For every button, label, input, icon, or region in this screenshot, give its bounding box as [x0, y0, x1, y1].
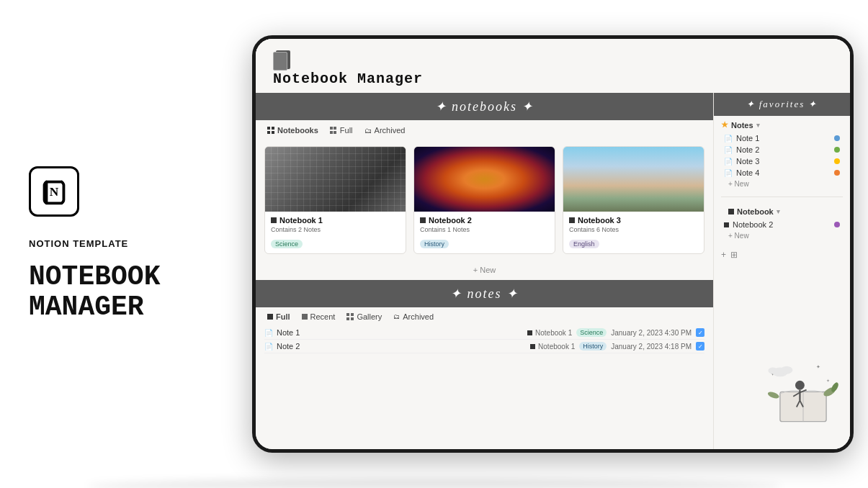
tab-full-icon [330, 127, 337, 134]
tab-notes-archived[interactable]: 🗂 Archived [390, 311, 437, 322]
note-notebook-ref-2: Notebook 1 [530, 343, 575, 351]
note-list-item-1[interactable]: 📄 Note 1 Notebook 1 Science Janu [264, 326, 704, 340]
notebook-new-button[interactable]: + New [721, 230, 843, 241]
note-item-right-2: Notebook 1 History January 2, 2023 4:18 … [530, 342, 704, 351]
sidebar-notebook-2[interactable]: Notebook 2 [721, 219, 843, 230]
color-dot-1 [834, 135, 840, 141]
notes-section: ✦ notes ✦ Full Recent [256, 280, 713, 359]
chevron-down-notes: ▾ [756, 122, 760, 129]
note-item-right-1: Notebook 1 Science January 2, 2023 4:30 … [527, 328, 704, 337]
tab-notebooks-icon [267, 127, 274, 134]
sidebar-note-4[interactable]: 📄 Note 4 [721, 167, 843, 179]
tab-notes-recent[interactable]: Recent [299, 311, 339, 322]
app-title: Notebook Manager [273, 71, 833, 87]
header-notebook-icon [273, 50, 290, 71]
notebook-card-1[interactable]: Notebook 1 Contains 2 Notes Science [264, 146, 406, 254]
note-checkbox-1[interactable]: ✓ [696, 328, 704, 337]
left-branding-panel: N NOTION TEMPLATE NOTEBOOK MANAGER [0, 0, 252, 488]
center-panel: ✦ notebooks ✦ Notebooks [256, 93, 713, 449]
favorites-notebook-title: Notebook ▾ [721, 204, 843, 219]
notebook-name-2: Notebook 2 [420, 216, 549, 225]
nb-square-icon-1 [271, 217, 277, 223]
tab-notes-gallery[interactable]: Gallery [344, 311, 385, 322]
sidebar-note-3[interactable]: 📄 Note 3 [721, 155, 843, 167]
note-nb-icon-2 [530, 344, 535, 349]
color-dot-3 [834, 158, 840, 164]
notebooks-new-button[interactable]: + New [256, 260, 713, 280]
svg-text:✦: ✦ [826, 379, 830, 383]
note-nb-icon-1 [527, 330, 532, 335]
note-notebook-ref-1: Notebook 1 [527, 329, 572, 337]
favorites-notes-title: ★ Notes ▾ [721, 120, 843, 130]
notebook-card-2[interactable]: Notebook 2 Contains 1 Notes History [413, 146, 555, 254]
notebooks-grid: Notebook 1 Contains 2 Notes Science [256, 140, 713, 260]
tab-archived[interactable]: 🗂 Archived [362, 125, 408, 136]
note-item-left-2: 📄 Note 2 [264, 342, 300, 351]
nb-notes-count-1: Contains 2 Notes [271, 226, 400, 233]
note-list-item-2[interactable]: 📄 Note 2 Notebook 1 History Janu [264, 340, 704, 353]
nb-tag-1: Science [271, 240, 303, 248]
nb-tag-3: English [569, 240, 599, 248]
svg-text:✦: ✦ [816, 363, 820, 370]
nb-square-icon-3 [569, 217, 575, 223]
table-icon[interactable]: ⊞ [730, 250, 738, 260]
page-wrapper: N NOTION TEMPLATE NOTEBOOK MANAGER Noteb… [0, 0, 868, 488]
svg-point-15 [767, 391, 780, 400]
nb-square-icon-sb [724, 222, 729, 227]
favorites-header: ✦ favorites ✦ [714, 93, 850, 116]
right-sidebar: ✦ favorites ✦ ★ Notes ▾ 📄 Note 1 [713, 93, 850, 449]
notes-section-header: ✦ notes ✦ [256, 280, 713, 307]
favorites-notebook-group: Notebook ▾ Notebook 2 + New [714, 200, 850, 245]
tab-notebooks[interactable]: Notebooks [264, 125, 321, 136]
note-doc-icon-2: 📄 [264, 343, 273, 351]
sidebar-note-1[interactable]: 📄 Note 1 [721, 132, 843, 144]
notes-tab-gallery-icon [346, 313, 354, 320]
illustration: ✦ ✦ ✦ [764, 356, 843, 435]
tab-full[interactable]: Full [327, 125, 356, 136]
color-dot-2 [834, 147, 840, 153]
star-icon: ★ [721, 120, 728, 130]
notebook-name-1: Notebook 1 [271, 216, 400, 225]
notebook-card-body-2: Notebook 2 Contains 1 Notes History [414, 212, 555, 253]
product-title: NOTEBOOK MANAGER [29, 262, 160, 322]
sidebar-note-2-left: 📄 Note 2 [724, 145, 759, 154]
brand-label: NOTION TEMPLATE [29, 238, 128, 249]
svg-point-18 [768, 368, 777, 374]
nb-tag-2: History [420, 240, 449, 248]
product-title-line1: NOTEBOOK [29, 262, 160, 292]
sidebar-divider [721, 196, 843, 197]
note-tag-2: History [579, 342, 607, 351]
svg-point-4 [795, 381, 805, 390]
svg-text:N: N [50, 184, 59, 198]
notebook-card-body-1: Notebook 1 Contains 2 Notes Science [265, 212, 406, 253]
note-checkbox-2[interactable]: ✓ [696, 342, 704, 351]
notes-tab-full-icon [267, 314, 273, 320]
note-tag-1: Science [576, 328, 607, 337]
notes-tab-archived-icon: 🗂 [393, 313, 400, 320]
color-dot-nb [834, 222, 840, 227]
doc-icon-2: 📄 [724, 146, 733, 154]
sidebar-notebook-2-left: Notebook 2 [724, 220, 773, 229]
notes-tabs-row: Full Recent [256, 307, 713, 326]
sidebar-note-4-left: 📄 Note 4 [724, 168, 759, 177]
notebooks-section-header: ✦ notebooks ✦ [256, 93, 713, 120]
notebook-card-image-1 [265, 147, 406, 212]
nb-list-icon [728, 209, 734, 214]
notebook-card-3[interactable]: Notebook 3 Contains 6 Notes English [563, 146, 704, 254]
notebook-card-image-2 [414, 147, 555, 212]
nb-square-icon-2 [420, 217, 426, 223]
plus-icon[interactable]: + [721, 250, 726, 260]
notes-new-button[interactable]: + New [721, 179, 843, 189]
product-title-line2: MANAGER [29, 292, 160, 322]
app-content: ✦ notebooks ✦ Notebooks [256, 93, 850, 449]
sidebar-bottom-icons: + ⊞ [714, 245, 850, 264]
notebook-card-image-3 [563, 147, 704, 212]
sidebar-note-2[interactable]: 📄 Note 2 [721, 144, 843, 155]
doc-icon-1: 📄 [724, 135, 733, 143]
chevron-down-notebook: ▾ [777, 208, 780, 215]
app-inner: Notebook Manager ✦ notebooks ✦ [256, 39, 850, 449]
notebook-card-body-3: Notebook 3 Contains 6 Notes English [563, 212, 704, 253]
app-header: Notebook Manager [256, 39, 850, 93]
note-doc-icon-1: 📄 [264, 329, 273, 337]
tab-notes-full[interactable]: Full [264, 311, 293, 322]
